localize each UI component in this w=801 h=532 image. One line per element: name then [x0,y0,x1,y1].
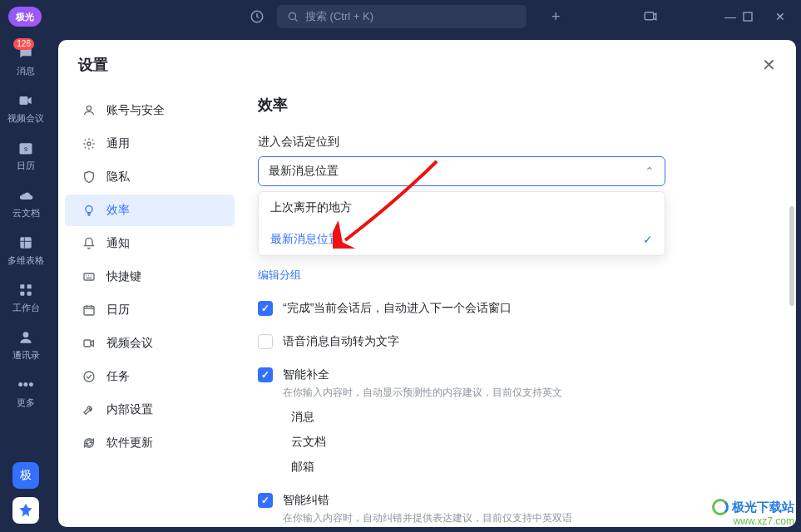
watermark-logo-icon [712,499,729,515]
svg-rect-16 [84,273,94,280]
rail-item-base[interactable]: 多维表格 [7,233,44,267]
svg-rect-18 [84,340,91,347]
settings-content: 效率 进入会话定位到 最新消息位置 ⌃ 上次离开的地方 最新消息位置✓ 编辑分组… [241,86,796,527]
user-icon [82,103,96,118]
left-rail: 126 消息 视频会议 9 日历 云文档 多维表格 工作台 通讯录 ••• 更多… [0,33,52,532]
bulb-icon [82,203,96,218]
enter-session-dropdown: 上次离开的地方 最新消息位置✓ [258,191,665,256]
label-docs: 云文档 [291,435,326,450]
nav-efficiency[interactable]: 效率 [65,195,235,226]
rail-label: 视频会议 [7,112,44,125]
rail-bottom-app2[interactable] [12,497,39,524]
rail-label: 多维表格 [7,254,44,267]
nav-account[interactable]: 账号与安全 [65,95,235,126]
nav-notification[interactable]: 通知 [65,228,235,259]
label-voice-to-text: 语音消息自动转为文字 [283,334,399,349]
scrollbar[interactable] [789,206,794,306]
rail-label: 更多 [17,397,35,409]
svg-rect-2 [645,12,654,20]
nav-calendar[interactable]: 日历 [65,294,235,326]
svg-rect-3 [744,12,752,21]
settings-nav: 账号与安全 通用 隐私 效率 通知 快捷键 日历 视频会议 任务 内部设置 软件… [58,86,241,527]
svg-rect-7 [20,237,31,248]
svg-rect-4 [20,96,28,105]
checkbox-smart-correct[interactable] [258,493,273,508]
announce-icon[interactable] [643,9,668,24]
svg-point-19 [84,372,94,382]
calendar-icon [82,303,96,318]
rail-bottom-app1[interactable]: 极 [12,462,39,489]
svg-rect-11 [27,292,32,296]
settings-title: 设置 [78,55,108,75]
rail-item-calendar[interactable]: 9 日历 [16,138,36,172]
calendar-icon: 9 [16,138,36,158]
enter-session-label: 进入会话定位到 [258,135,763,150]
svg-text:9: 9 [24,145,27,153]
dropdown-option-latest[interactable]: 最新消息位置✓ [259,224,665,255]
new-tab-button[interactable]: + [551,8,561,26]
enter-session-select[interactable]: 最新消息位置 ⌃ [258,156,665,186]
apps-icon [16,280,36,300]
history-icon[interactable] [250,9,265,24]
watermark: 极光下载站 www.xz7.com [712,499,794,527]
label-mail: 邮箱 [291,460,314,475]
chevron-up-icon: ⌃ [645,165,655,178]
edit-group-link[interactable]: 编辑分组 [258,268,301,283]
settings-panel: 设置 ✕ 账号与安全 通用 隐私 效率 通知 快捷键 日历 视频会议 任务 内部… [58,40,796,527]
bell-icon [82,236,96,251]
nav-general[interactable]: 通用 [65,128,235,160]
checkbox-smart-complete[interactable] [258,367,273,382]
minimize-button[interactable]: — [718,10,743,23]
svg-point-1 [289,12,295,19]
svg-point-12 [23,332,29,337]
rail-label: 云文档 [12,207,40,219]
search-placeholder: 搜索 (Ctrl + K) [305,9,373,24]
rail-item-docs[interactable]: 云文档 [12,185,40,219]
more-icon: ••• [16,375,36,395]
svg-rect-10 [20,292,24,296]
rail-item-contacts[interactable]: 通讯录 [12,328,40,362]
nav-video[interactable]: 视频会议 [65,328,235,359]
checkbox-done-next[interactable] [258,301,273,316]
rail-label: 日历 [17,160,35,172]
select-value: 最新消息位置 [269,164,339,179]
rail-label: 通讯录 [12,349,40,362]
svg-point-15 [86,206,92,213]
svg-point-14 [87,142,91,145]
refresh-icon [82,436,96,451]
rail-item-workspace[interactable]: 工作台 [12,280,40,314]
task-icon [82,369,96,384]
rail-label: 工作台 [12,302,40,314]
nav-internal[interactable]: 内部设置 [65,394,235,426]
rail-item-video[interactable]: 视频会议 [7,91,44,125]
rail-item-messages[interactable]: 126 消息 [16,43,36,77]
nav-privacy[interactable]: 隐私 [65,161,235,193]
close-window-button[interactable]: ✕ [768,10,793,23]
contacts-icon [16,328,36,347]
keyboard-icon [82,269,96,284]
table-icon [16,233,36,253]
search-input[interactable]: 搜索 (Ctrl + K) [277,5,527,28]
app-logo[interactable]: 极光 [8,7,42,27]
nav-tasks[interactable]: 任务 [65,361,235,392]
cloud-doc-icon [16,185,36,205]
label-done-next: “完成”当前会话后，自动进入下一个会话窗口 [283,301,512,316]
label-msg: 消息 [291,410,314,425]
nav-shortcuts[interactable]: 快捷键 [65,261,235,293]
shield-icon [82,170,96,185]
label-smart-correct: 智能纠错 [283,493,572,508]
maximize-button[interactable] [743,12,768,22]
rail-item-more[interactable]: ••• 更多 [16,375,36,409]
sub-smart-complete: 在你输入内容时，自动显示预测性的内容建议，目前仅支持英文 [283,386,562,400]
svg-point-13 [87,106,91,111]
check-icon: ✓ [643,233,653,246]
close-settings-button[interactable]: ✕ [762,55,776,75]
label-smart-complete: 智能补全 [283,367,562,382]
sub-smart-correct: 在你输入内容时，自动纠错并提供表达建议，目前仅支持中英双语 [283,511,572,525]
messages-badge: 126 [13,38,34,50]
rail-label: 消息 [17,65,35,77]
nav-update[interactable]: 软件更新 [65,427,235,459]
content-heading: 效率 [258,95,763,115]
checkbox-voice-to-text[interactable] [258,334,273,349]
dropdown-option-last-left[interactable]: 上次离开的地方 [259,192,665,224]
